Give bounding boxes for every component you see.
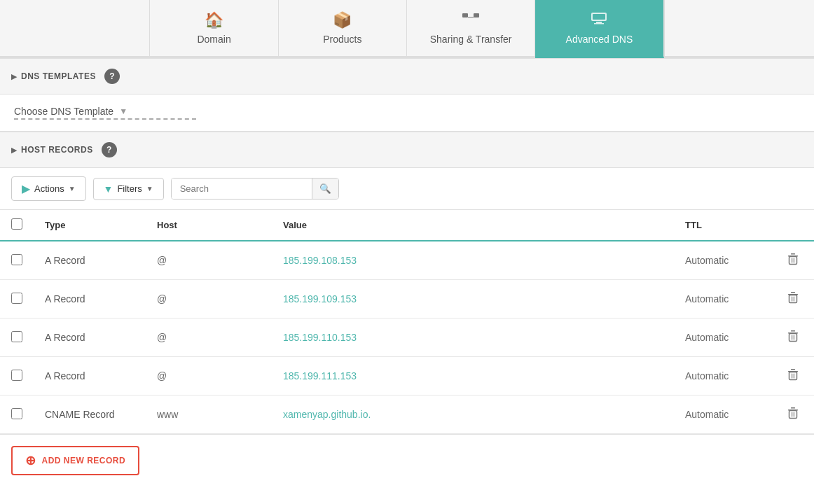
svg-rect-16 <box>789 295 797 303</box>
svg-rect-13 <box>794 258 794 263</box>
table-header-row: Type Host Value TTL <box>0 210 814 241</box>
host-records-chevron: ▶ <box>11 146 17 155</box>
play-icon: ▶ <box>22 182 30 195</box>
dns-templates-section-header: ▶ DNS TEMPLATES ? <box>0 58 814 94</box>
records-table: Type Host Value TTL A Record @ 185.199.1… <box>0 210 814 434</box>
svg-rect-12 <box>792 258 792 263</box>
svg-rect-30 <box>791 407 795 409</box>
row-ttl: Automatic <box>674 357 772 396</box>
row-type: A Record <box>34 318 146 357</box>
row-checkbox-cell <box>0 396 34 434</box>
col-header-action <box>772 210 814 241</box>
delete-button-0[interactable] <box>783 251 803 270</box>
table-row: CNAME Record www xamenyap.github.io. Aut… <box>0 396 814 434</box>
svg-rect-17 <box>792 297 792 302</box>
filters-button[interactable]: ▼ Filters ▼ <box>93 178 164 200</box>
row-ttl: Automatic <box>674 280 772 318</box>
row-ttl: Automatic <box>674 318 772 357</box>
tab-advanced-dns[interactable]: Advanced DNS <box>535 0 663 58</box>
row-host: www <box>146 396 272 434</box>
svg-rect-20 <box>791 330 795 332</box>
dns-template-dropdown[interactable]: Choose DNS Template ▼ <box>14 106 196 120</box>
col-header-host: Host <box>146 210 272 241</box>
add-record-row: ⊕ ADD NEW RECORD <box>0 434 814 486</box>
select-all-checkbox[interactable] <box>11 218 22 230</box>
nav-empty-left <box>0 0 150 56</box>
table-row: A Record @ 185.199.108.153 Automatic <box>0 241 814 280</box>
products-icon: 📦 <box>333 11 352 29</box>
sharing-icon <box>462 11 479 29</box>
svg-rect-33 <box>794 412 794 417</box>
tab-sharing-label: Sharing & Transfer <box>430 34 512 45</box>
row-checkbox-2[interactable] <box>11 331 22 342</box>
row-type: A Record <box>34 280 146 318</box>
dns-template-placeholder: Choose DNS Template <box>14 106 113 117</box>
dns-templates-chevron: ▶ <box>11 72 17 81</box>
svg-rect-25 <box>791 369 795 370</box>
row-host: @ <box>146 241 272 280</box>
row-checkbox-4[interactable] <box>11 408 22 419</box>
svg-rect-22 <box>792 335 792 340</box>
row-ttl: Automatic <box>674 241 772 280</box>
svg-rect-32 <box>792 412 792 417</box>
dns-template-chevron-icon: ▼ <box>119 106 127 116</box>
svg-rect-27 <box>792 374 792 379</box>
dns-templates-label: DNS TEMPLATES <box>21 71 96 81</box>
row-value: 185.199.108.153 <box>272 241 674 280</box>
svg-rect-2 <box>468 17 474 18</box>
actions-button[interactable]: ▶ Actions ▼ <box>11 176 86 201</box>
row-action <box>772 241 814 280</box>
search-button[interactable]: 🔍 <box>312 178 338 199</box>
delete-button-3[interactable] <box>783 367 803 385</box>
row-action <box>772 318 814 357</box>
filters-label: Filters <box>117 183 142 194</box>
host-records-help[interactable]: ? <box>102 142 117 158</box>
add-new-record-button[interactable]: ⊕ ADD NEW RECORD <box>11 446 139 475</box>
advanced-dns-icon <box>590 11 608 29</box>
host-records-section-header: ▶ HOST RECORDS ? <box>0 132 814 168</box>
host-records-label: HOST RECORDS <box>21 145 93 155</box>
filters-chevron-icon: ▼ <box>146 185 153 192</box>
delete-button-4[interactable] <box>783 405 803 424</box>
row-value: 185.199.111.153 <box>272 357 674 396</box>
row-checkbox-1[interactable] <box>11 293 22 304</box>
delete-button-2[interactable] <box>783 328 803 346</box>
row-checkbox-cell <box>0 280 34 318</box>
plus-icon: ⊕ <box>25 453 36 468</box>
row-host: @ <box>146 280 272 318</box>
tab-products[interactable]: 📦 Products <box>279 0 407 56</box>
svg-rect-11 <box>789 257 797 265</box>
row-checkbox-0[interactable] <box>11 254 22 265</box>
dns-templates-help[interactable]: ? <box>104 69 120 84</box>
col-header-ttl: TTL <box>674 210 772 241</box>
row-action <box>772 357 814 396</box>
svg-rect-26 <box>789 372 797 380</box>
domain-icon: 🏠 <box>205 11 223 29</box>
records-toolbar: ▶ Actions ▼ ▼ Filters ▼ 🔍 <box>0 168 814 210</box>
svg-rect-8 <box>594 23 604 24</box>
tab-sharing[interactable]: Sharing & Transfer <box>407 0 535 56</box>
row-type: A Record <box>34 357 146 396</box>
tab-domain[interactable]: 🏠 Domain <box>150 0 278 56</box>
filter-icon: ▼ <box>104 183 113 195</box>
search-input[interactable] <box>172 178 312 199</box>
row-value: 185.199.110.153 <box>272 318 674 357</box>
dns-template-row: Choose DNS Template ▼ <box>0 94 814 132</box>
search-icon: 🔍 <box>319 183 331 194</box>
row-checkbox-3[interactable] <box>11 370 22 381</box>
col-header-value: Value <box>272 210 674 241</box>
row-type: CNAME Record <box>34 396 146 434</box>
tab-domain-label: Domain <box>197 34 230 45</box>
svg-rect-18 <box>794 297 794 302</box>
table-row: A Record @ 185.199.109.153 Automatic <box>0 280 814 318</box>
tab-products-label: Products <box>323 34 361 45</box>
svg-rect-28 <box>794 374 794 379</box>
delete-button-1[interactable] <box>783 290 803 308</box>
svg-rect-15 <box>791 292 795 293</box>
row-type: A Record <box>34 241 146 280</box>
actions-label: Actions <box>34 183 64 194</box>
search-box: 🔍 <box>171 178 339 200</box>
svg-rect-7 <box>596 22 602 23</box>
col-header-type: Type <box>34 210 146 241</box>
nav-empty-right <box>664 0 814 56</box>
